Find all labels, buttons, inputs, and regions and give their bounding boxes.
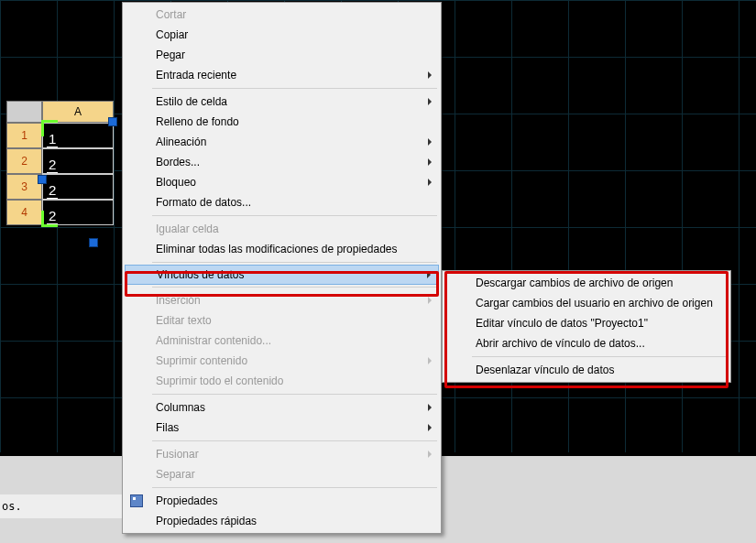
context-menu-item[interactable]: Estilo de celda — [125, 92, 439, 112]
grip[interactable] — [38, 175, 47, 184]
menu-item-label: Formato de datos... — [156, 196, 251, 209]
chevron-right-icon — [428, 424, 432, 431]
chevron-right-icon — [428, 71, 432, 79]
chevron-right-icon — [428, 98, 432, 105]
context-menu-item[interactable]: Filas — [125, 418, 439, 438]
chevron-right-icon — [427, 271, 431, 278]
context-menu-item: Administrar contenido... — [125, 331, 439, 351]
menu-item-label: Fusionar — [156, 448, 199, 461]
context-menu-item[interactable]: Formato de datos... — [125, 192, 439, 212]
menu-item-label: Administrar contenido... — [156, 334, 271, 347]
grip[interactable] — [108, 117, 117, 126]
context-menu-item[interactable]: Alineación — [125, 132, 439, 152]
menu-item-label: Descargar cambios de archivo de origen — [476, 277, 673, 289]
row-header[interactable]: 2 — [6, 148, 42, 174]
context-menu-item: Fusionar — [125, 444, 439, 464]
menu-item-label: Bordes... — [156, 156, 200, 168]
menu-item-label: Inserción — [156, 294, 201, 307]
chevron-right-icon — [428, 138, 432, 146]
menu-separator — [152, 394, 437, 395]
menu-item-label: Filas — [156, 421, 179, 434]
context-menu-item: Inserción — [125, 290, 439, 310]
menu-item-label: Suprimir todo el contenido — [156, 375, 283, 387]
context-menu-item: Suprimir todo el contenido — [125, 371, 439, 391]
menu-separator — [152, 487, 437, 488]
menu-item-label: Estilo de celda — [156, 95, 227, 108]
chevron-right-icon — [428, 451, 432, 458]
menu-separator — [152, 215, 437, 216]
col-header-label: A — [74, 105, 82, 118]
context-menu-item[interactable]: Relleno de fondo — [125, 112, 439, 132]
menu-item-label: Igualar celda — [156, 223, 219, 235]
menu-separator — [152, 262, 437, 263]
grip[interactable] — [89, 238, 98, 247]
context-menu-item[interactable]: Entrada reciente — [125, 65, 439, 85]
properties-icon — [130, 494, 143, 507]
menu-item-label: Entrada reciente — [156, 69, 236, 81]
menu-item-label: Editar texto — [156, 314, 212, 327]
menu-item-label: Abrir archivo de vínculo de datos... — [476, 337, 645, 350]
row-header[interactable]: 1 — [6, 123, 42, 148]
menu-item-label: Columnas — [156, 401, 205, 414]
menu-item-label: Copiar — [156, 28, 188, 41]
submenu-item[interactable]: Descargar cambios de archivo de origen — [444, 273, 729, 293]
context-menu-item[interactable]: Columnas — [125, 397, 439, 418]
chevron-right-icon — [428, 179, 432, 186]
context-menu-item[interactable]: Vínculos de datos — [125, 265, 439, 285]
cell-value: 2 — [47, 157, 58, 173]
table-corner[interactable] — [6, 101, 42, 123]
submenu-item[interactable]: Editar vínculo de datos "Proyecto1" — [444, 313, 729, 333]
chevron-right-icon — [428, 158, 432, 166]
context-menu-item[interactable]: Pegar — [125, 45, 439, 65]
context-menu-item: Suprimir contenido — [125, 351, 439, 371]
menu-item-label: Desenlazar vínculo de datos — [476, 364, 614, 376]
menu-item-label: Suprimir contenido — [156, 354, 247, 367]
context-menu-item[interactable]: Bordes... — [125, 152, 439, 172]
table-cell[interactable]: 2 — [42, 174, 114, 200]
context-menu-item[interactable]: Copiar — [125, 25, 439, 45]
selected-table[interactable]: A 11223242 — [6, 101, 114, 225]
context-menu[interactable]: CortarCopiarPegarEntrada recienteEstilo … — [122, 2, 442, 534]
context-menu-item[interactable]: Propiedades rápidas — [125, 511, 439, 531]
row-header[interactable]: 4 — [6, 200, 42, 225]
menu-item-label: Vínculos de datos — [157, 268, 244, 281]
context-menu-item: Editar texto — [125, 310, 439, 331]
menu-separator — [152, 88, 437, 89]
submenu-item[interactable]: Abrir archivo de vínculo de datos... — [444, 333, 729, 353]
cell-value: 2 — [47, 182, 58, 199]
menu-item-label: Cortar — [156, 8, 186, 21]
menu-item-label: Pegar — [156, 49, 185, 61]
menu-item-label: Editar vínculo de datos "Proyecto1" — [476, 317, 648, 330]
chevron-right-icon — [428, 357, 432, 364]
chevron-right-icon — [428, 297, 432, 304]
col-header-A[interactable]: A — [42, 101, 114, 123]
menu-item-label: Propiedades — [156, 494, 217, 507]
table-cell[interactable]: 2 — [42, 148, 114, 174]
context-menu-item[interactable]: Bloqueo — [125, 172, 439, 192]
menu-item-label: Bloqueo — [156, 176, 196, 189]
submenu-item[interactable]: Desenlazar vínculo de datos — [444, 360, 729, 380]
selection-bracket — [41, 211, 58, 227]
menu-separator — [152, 287, 437, 288]
context-menu-item[interactable]: Propiedades — [125, 491, 439, 511]
menu-item-label: Alineación — [156, 136, 206, 148]
menu-item-label: Separar — [156, 468, 195, 481]
command-line-suffix: os. — [0, 494, 122, 518]
context-menu-item: Cortar — [125, 5, 439, 25]
menu-separator — [152, 440, 437, 441]
context-menu-item[interactable]: Eliminar todas las modificaciones de pro… — [125, 239, 439, 259]
context-menu-item: Igualar celda — [125, 219, 439, 239]
context-menu-item: Separar — [125, 464, 439, 484]
menu-separator — [472, 356, 727, 357]
submenu-vinculos[interactable]: Descargar cambios de archivo de origenCa… — [442, 270, 731, 383]
chevron-right-icon — [428, 404, 432, 411]
submenu-item[interactable]: Cargar cambios del usuario en archivo de… — [444, 293, 729, 313]
menu-item-label: Relleno de fondo — [156, 115, 239, 128]
menu-item-label: Propiedades rápidas — [156, 515, 257, 527]
menu-item-label: Eliminar todas las modificaciones de pro… — [156, 243, 397, 255]
menu-item-label: Cargar cambios del usuario en archivo de… — [476, 297, 713, 310]
selection-bracket — [41, 120, 58, 136]
